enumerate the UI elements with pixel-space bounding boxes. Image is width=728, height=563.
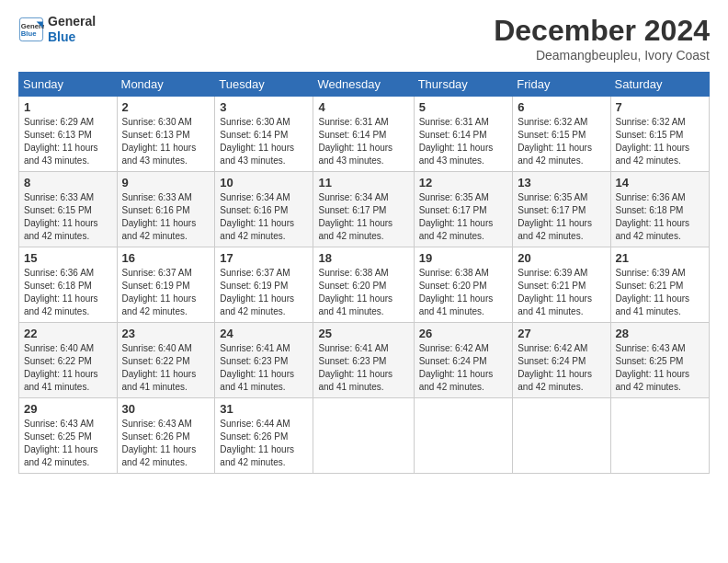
day-info: Sunrise: 6:33 AMSunset: 6:16 PMDaylight:… [122,191,210,243]
calendar-cell: 25Sunrise: 6:41 AMSunset: 6:23 PMDayligh… [313,323,414,398]
day-number: 4 [318,100,408,114]
calendar-cell: 3Sunrise: 6:30 AMSunset: 6:14 PMDaylight… [215,97,313,172]
calendar-cell: 23Sunrise: 6:40 AMSunset: 6:22 PMDayligh… [117,323,215,398]
day-info: Sunrise: 6:33 AMSunset: 6:15 PMDaylight:… [24,191,112,243]
calendar-cell: 2Sunrise: 6:30 AMSunset: 6:13 PMDaylight… [117,97,215,172]
day-number: 19 [419,251,508,265]
calendar-cell: 21Sunrise: 6:39 AMSunset: 6:21 PMDayligh… [610,247,709,323]
day-info: Sunrise: 6:41 AMSunset: 6:23 PMDaylight:… [318,342,408,394]
calendar-cell: 31Sunrise: 6:44 AMSunset: 6:26 PMDayligh… [215,398,313,474]
col-tuesday: Tuesday [215,73,313,97]
calendar-cell: 7Sunrise: 6:32 AMSunset: 6:15 PMDaylight… [610,97,709,172]
logo: General Blue General Blue [18,14,96,45]
day-number: 18 [318,251,408,265]
logo-line1: General [48,14,96,29]
day-info: Sunrise: 6:32 AMSunset: 6:15 PMDaylight:… [616,116,704,167]
svg-text:Blue: Blue [21,29,37,38]
calendar-cell: 20Sunrise: 6:39 AMSunset: 6:21 PMDayligh… [513,247,610,323]
day-info: Sunrise: 6:30 AMSunset: 6:13 PMDaylight:… [122,116,210,167]
calendar-cell: 1Sunrise: 6:29 AMSunset: 6:13 PMDaylight… [19,97,118,172]
day-info: Sunrise: 6:37 AMSunset: 6:19 PMDaylight:… [122,267,210,318]
col-wednesday: Wednesday [313,73,414,97]
calendar-cell: 4Sunrise: 6:31 AMSunset: 6:14 PMDaylight… [313,97,414,172]
calendar-cell: 16Sunrise: 6:37 AMSunset: 6:19 PMDayligh… [117,247,215,323]
calendar-cell: 24Sunrise: 6:41 AMSunset: 6:23 PMDayligh… [215,323,313,398]
day-info: Sunrise: 6:30 AMSunset: 6:14 PMDaylight:… [220,116,308,167]
day-number: 24 [220,327,308,340]
day-info: Sunrise: 6:29 AMSunset: 6:13 PMDaylight:… [24,116,112,167]
day-number: 12 [419,176,508,190]
calendar-cell: 11Sunrise: 6:34 AMSunset: 6:17 PMDayligh… [313,172,414,247]
day-number: 28 [616,327,704,340]
calendar-cell: 8Sunrise: 6:33 AMSunset: 6:15 PMDaylight… [19,172,118,247]
day-number: 3 [220,100,308,114]
day-info: Sunrise: 6:39 AMSunset: 6:21 PMDaylight:… [616,267,704,318]
day-info: Sunrise: 6:35 AMSunset: 6:17 PMDaylight:… [518,191,605,243]
calendar-cell: 17Sunrise: 6:37 AMSunset: 6:19 PMDayligh… [215,247,313,323]
col-monday: Monday [117,73,215,97]
day-info: Sunrise: 6:38 AMSunset: 6:20 PMDaylight:… [419,267,508,318]
calendar-cell: 28Sunrise: 6:43 AMSunset: 6:25 PMDayligh… [610,323,709,398]
calendar-cell: 22Sunrise: 6:40 AMSunset: 6:22 PMDayligh… [19,323,118,398]
day-info: Sunrise: 6:40 AMSunset: 6:22 PMDaylight:… [122,342,210,394]
day-info: Sunrise: 6:44 AMSunset: 6:26 PMDaylight:… [220,418,308,469]
calendar-cell [513,398,610,474]
day-number: 1 [24,100,112,114]
calendar-cell: 18Sunrise: 6:38 AMSunset: 6:20 PMDayligh… [313,247,414,323]
day-number: 17 [220,251,308,265]
day-info: Sunrise: 6:37 AMSunset: 6:19 PMDaylight:… [220,267,308,318]
day-info: Sunrise: 6:36 AMSunset: 6:18 PMDaylight:… [24,267,112,318]
day-info: Sunrise: 6:31 AMSunset: 6:14 PMDaylight:… [419,116,508,167]
calendar-cell: 5Sunrise: 6:31 AMSunset: 6:14 PMDaylight… [414,97,513,172]
day-number: 31 [220,402,308,416]
day-info: Sunrise: 6:31 AMSunset: 6:14 PMDaylight:… [318,116,408,167]
day-number: 23 [122,327,210,340]
calendar-cell: 27Sunrise: 6:42 AMSunset: 6:24 PMDayligh… [513,323,610,398]
day-info: Sunrise: 6:43 AMSunset: 6:26 PMDaylight:… [122,418,210,469]
day-info: Sunrise: 6:43 AMSunset: 6:25 PMDaylight:… [24,418,112,469]
day-info: Sunrise: 6:32 AMSunset: 6:15 PMDaylight:… [518,116,605,167]
calendar-cell: 9Sunrise: 6:33 AMSunset: 6:16 PMDaylight… [117,172,215,247]
location: Deamangbeupleu, Ivory Coast [494,48,710,63]
calendar-cell: 12Sunrise: 6:35 AMSunset: 6:17 PMDayligh… [414,172,513,247]
day-number: 6 [518,100,605,114]
day-number: 22 [24,327,112,340]
logo-line2: Blue [48,29,96,45]
day-number: 20 [518,251,605,265]
day-info: Sunrise: 6:39 AMSunset: 6:21 PMDaylight:… [518,267,605,318]
col-sunday: Sunday [19,73,118,97]
day-info: Sunrise: 6:34 AMSunset: 6:17 PMDaylight:… [318,191,408,243]
day-number: 14 [616,176,704,190]
calendar: Sunday Monday Tuesday Wednesday Thursday… [18,72,710,474]
day-number: 10 [220,176,308,190]
calendar-cell: 29Sunrise: 6:43 AMSunset: 6:25 PMDayligh… [19,398,118,474]
day-number: 7 [616,100,704,114]
day-number: 30 [122,402,210,416]
calendar-cell: 13Sunrise: 6:35 AMSunset: 6:17 PMDayligh… [513,172,610,247]
calendar-cell: 10Sunrise: 6:34 AMSunset: 6:16 PMDayligh… [215,172,313,247]
day-info: Sunrise: 6:34 AMSunset: 6:16 PMDaylight:… [220,191,308,243]
day-number: 11 [318,176,408,190]
calendar-cell [414,398,513,474]
day-number: 29 [24,402,112,416]
col-thursday: Thursday [414,73,513,97]
day-number: 13 [518,176,605,190]
day-info: Sunrise: 6:43 AMSunset: 6:25 PMDaylight:… [616,342,704,394]
logo-icon: General Blue [18,17,44,42]
day-number: 2 [122,100,210,114]
day-number: 26 [419,327,508,340]
col-friday: Friday [513,73,610,97]
day-info: Sunrise: 6:42 AMSunset: 6:24 PMDaylight:… [419,342,508,394]
day-number: 21 [616,251,704,265]
day-number: 15 [24,251,112,265]
day-info: Sunrise: 6:38 AMSunset: 6:20 PMDaylight:… [318,267,408,318]
month-title: December 2024 [494,14,710,48]
calendar-cell: 14Sunrise: 6:36 AMSunset: 6:18 PMDayligh… [610,172,709,247]
day-number: 9 [122,176,210,190]
day-info: Sunrise: 6:35 AMSunset: 6:17 PMDaylight:… [419,191,508,243]
day-info: Sunrise: 6:40 AMSunset: 6:22 PMDaylight:… [24,342,112,394]
day-info: Sunrise: 6:42 AMSunset: 6:24 PMDaylight:… [518,342,605,394]
day-number: 27 [518,327,605,340]
page: General Blue General Blue December 2024 … [0,0,728,563]
calendar-cell: 26Sunrise: 6:42 AMSunset: 6:24 PMDayligh… [414,323,513,398]
